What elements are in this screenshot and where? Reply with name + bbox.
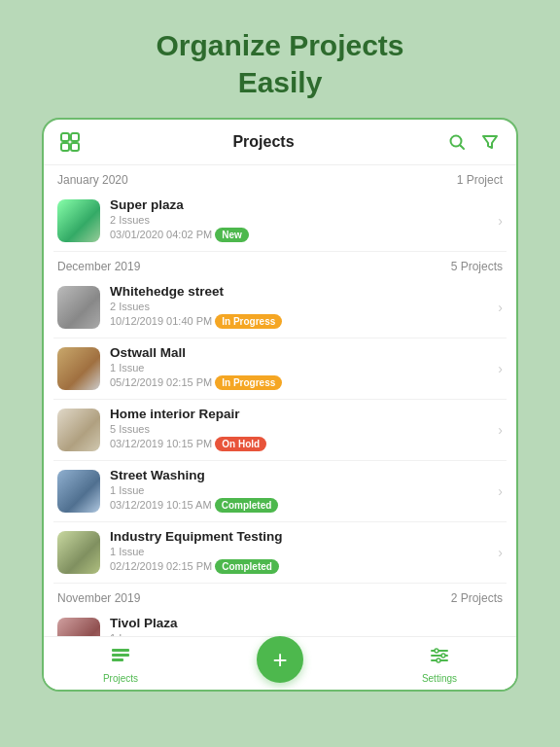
project-date: 03/12/2019 10:15 PM On Hold bbox=[110, 437, 494, 451]
project-date: 03/12/2019 10:15 AM Completed bbox=[110, 498, 494, 513]
bottom-bar: Projects + Settings bbox=[44, 636, 516, 690]
project-name: Tivol Plaza bbox=[110, 616, 494, 630]
project-info: Super plaza 2 Issues 03/01/2020 04:02 PM… bbox=[110, 197, 494, 244]
status-badge: Completed bbox=[215, 559, 279, 574]
svg-rect-8 bbox=[112, 654, 129, 657]
section-count: 5 Projects bbox=[451, 260, 503, 273]
project-date: 05/12/2019 02:15 PM In Progress bbox=[110, 375, 494, 390]
section-label: January 2020 bbox=[57, 173, 128, 187]
svg-rect-1 bbox=[71, 133, 79, 141]
page-title: Organize ProjectsEasily bbox=[156, 27, 403, 100]
svg-rect-3 bbox=[71, 143, 79, 151]
project-date: 02/12/2019 02:15 PM Completed bbox=[110, 559, 494, 574]
project-date: 03/01/2020 04:02 PM New bbox=[110, 228, 494, 242]
project-name: Street Washing bbox=[110, 468, 494, 482]
project-item[interactable]: Whitehedge street 2 Issues 10/12/2019 01… bbox=[53, 277, 507, 338]
project-thumbnail bbox=[57, 347, 100, 390]
project-issues: 2 Issues bbox=[110, 301, 494, 312]
grid-icon bbox=[57, 129, 83, 155]
svg-rect-9 bbox=[112, 658, 123, 661]
chevron-icon: › bbox=[498, 545, 503, 560]
project-issues: 2 Issues bbox=[110, 214, 494, 226]
project-name: Home interior Repair bbox=[110, 407, 494, 421]
project-info: Street Washing 1 Issue 03/12/2019 10:15 … bbox=[110, 468, 494, 515]
svg-rect-2 bbox=[61, 143, 69, 151]
status-badge: Completed bbox=[215, 498, 279, 513]
chevron-icon: › bbox=[498, 213, 503, 229]
svg-rect-7 bbox=[112, 649, 129, 652]
project-thumbnail bbox=[57, 409, 100, 451]
project-item[interactable]: Home interior Repair 5 Issues 03/12/2019… bbox=[53, 400, 507, 461]
project-thumbnail bbox=[57, 199, 100, 242]
chevron-icon: › bbox=[498, 483, 503, 499]
svg-point-11 bbox=[435, 649, 438, 653]
project-list: January 2020 1 Project Super plaza 2 Iss… bbox=[44, 165, 516, 636]
svg-marker-6 bbox=[483, 136, 497, 148]
project-item[interactable]: Ostwall Mall 1 Issue 05/12/2019 02:15 PM… bbox=[53, 338, 507, 400]
project-name: Industry Equipment Testing bbox=[110, 529, 494, 544]
project-thumbnail bbox=[57, 531, 100, 574]
filter-icon[interactable] bbox=[477, 129, 503, 155]
project-name: Whitehedge street bbox=[110, 284, 494, 299]
section-label: November 2019 bbox=[57, 591, 140, 605]
section-label: December 2019 bbox=[57, 260, 140, 273]
project-info: Tivol Plaza 1 Issue 26/11/2019 04:37 PM … bbox=[110, 616, 494, 636]
chevron-icon: › bbox=[498, 300, 503, 315]
header-icons-right bbox=[444, 129, 503, 155]
project-info: Whitehedge street 2 Issues 10/12/2019 01… bbox=[110, 284, 494, 331]
tab-settings[interactable]: Settings bbox=[422, 645, 457, 684]
status-badge: In Progress bbox=[215, 375, 282, 390]
projects-tab-label: Projects bbox=[103, 673, 138, 684]
project-thumbnail bbox=[57, 286, 100, 329]
project-item[interactable]: Tivol Plaza 1 Issue 26/11/2019 04:37 PM … bbox=[53, 609, 507, 636]
svg-line-5 bbox=[460, 146, 464, 150]
section-header: January 2020 1 Project bbox=[53, 165, 507, 191]
project-issues: 1 Issue bbox=[110, 546, 494, 557]
project-info: Home interior Repair 5 Issues 03/12/2019… bbox=[110, 407, 494, 453]
status-badge: On Hold bbox=[215, 437, 266, 451]
status-badge: In Progress bbox=[215, 314, 282, 329]
tab-projects[interactable]: Projects bbox=[103, 645, 138, 684]
project-issues: 1 Issue bbox=[110, 484, 494, 496]
project-thumbnail bbox=[57, 470, 100, 513]
project-item[interactable]: Super plaza 2 Issues 03/01/2020 04:02 PM… bbox=[53, 191, 507, 252]
project-issues: 1 Issue bbox=[110, 362, 494, 374]
chevron-icon: › bbox=[498, 422, 503, 438]
project-issues: 5 Issues bbox=[110, 423, 494, 435]
section-header: December 2019 5 Projects bbox=[53, 252, 507, 277]
svg-rect-0 bbox=[61, 133, 69, 141]
project-date: 10/12/2019 01:40 PM In Progress bbox=[110, 314, 494, 329]
project-name: Ostwall Mall bbox=[110, 345, 494, 360]
status-badge: New bbox=[215, 228, 249, 242]
add-button[interactable]: + bbox=[257, 636, 303, 683]
app-card: Projects January 2020 1 Project Super pl… bbox=[42, 118, 518, 692]
section-count: 2 Projects bbox=[451, 591, 503, 605]
header-title: Projects bbox=[232, 133, 294, 151]
chevron-icon: › bbox=[498, 361, 503, 376]
section-count: 1 Project bbox=[457, 173, 503, 187]
project-info: Industry Equipment Testing 1 Issue 02/12… bbox=[110, 529, 494, 576]
settings-tab-label: Settings bbox=[422, 673, 457, 684]
project-info: Ostwall Mall 1 Issue 05/12/2019 02:15 PM… bbox=[110, 345, 494, 392]
projects-tab-icon bbox=[110, 645, 131, 671]
project-item[interactable]: Street Washing 1 Issue 03/12/2019 10:15 … bbox=[53, 461, 507, 522]
project-thumbnail bbox=[57, 618, 100, 636]
section-header: November 2019 2 Projects bbox=[53, 584, 507, 609]
project-name: Super plaza bbox=[110, 197, 494, 212]
project-item[interactable]: Industry Equipment Testing 1 Issue 02/12… bbox=[53, 522, 507, 584]
search-icon[interactable] bbox=[444, 129, 470, 155]
settings-tab-icon bbox=[429, 645, 450, 671]
app-header: Projects bbox=[44, 120, 516, 165]
svg-point-15 bbox=[437, 658, 440, 662]
svg-point-13 bbox=[441, 654, 445, 658]
